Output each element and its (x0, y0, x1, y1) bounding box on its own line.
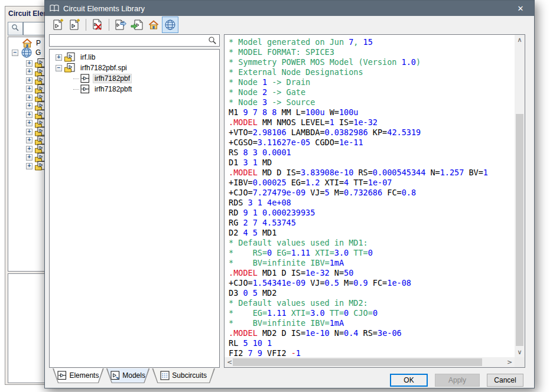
collapse-icon[interactable]: − (12, 50, 18, 56)
background-tree-library-item[interactable]: + (9, 145, 46, 153)
element-icon (80, 74, 90, 83)
background-tree-library-item[interactable]: + (9, 136, 46, 145)
tab-subcircuits[interactable]: Subcircuits (152, 368, 215, 383)
search-icon (208, 36, 217, 45)
scroll-right-icon[interactable]: > (505, 357, 515, 367)
new-model-button[interactable] (66, 17, 83, 33)
expand-icon[interactable]: + (26, 120, 32, 126)
element-icon (57, 371, 67, 380)
tab-label: Elements (69, 371, 99, 380)
expand-icon[interactable]: + (26, 68, 32, 75)
vertical-scrollbar-thumb[interactable] (516, 114, 523, 346)
horizontal-scrollbar[interactable]: < > (225, 357, 515, 367)
library-search-box (49, 34, 220, 47)
tree-item-irfh7182pbf.spi[interactable]: −irfh7182pbf.spi (50, 63, 219, 73)
expand-icon[interactable]: + (26, 77, 32, 84)
code-view[interactable]: * Model generated on Jun 7, 15* MODEL FO… (225, 35, 515, 357)
model-text-panel: * Model generated on Jun 7, 15* MODEL FO… (224, 34, 525, 368)
background-search-button[interactable] (8, 22, 23, 35)
background-window[interactable]: Circuit Elements P−G+++++++++++++ (5, 6, 47, 385)
toolbar-separator (86, 19, 86, 31)
page-new-model-icon (68, 18, 81, 31)
scroll-up-icon[interactable]: ∧ (515, 35, 525, 45)
background-tree-library-item[interactable]: + (9, 110, 46, 119)
background-tree-library-item[interactable]: + (9, 119, 46, 128)
dialog-titlebar[interactable]: Circuit Elements Library ✕ (45, 1, 534, 16)
tab-label: Models (122, 371, 145, 380)
background-tree-library-item[interactable]: + (9, 76, 46, 84)
expand-icon[interactable]: + (26, 129, 32, 135)
page-delete-icon (91, 18, 104, 31)
tree-item-irf.lib[interactable]: +irf.lib (50, 52, 219, 63)
dialog-title: Circuit Elements Library (63, 4, 145, 13)
close-button[interactable]: ✕ (509, 2, 532, 15)
tree-item-irfh7182pbf[interactable]: irfh7182pbf (50, 73, 219, 84)
library-tree[interactable]: +irf.lib−irfh7182pbf.spiirfh7182pbfirfh7… (49, 49, 220, 368)
expand-icon[interactable]: + (26, 154, 32, 161)
collapse-icon[interactable]: − (56, 65, 62, 71)
tab-elements[interactable]: Elements (53, 368, 104, 383)
element-icon (80, 84, 90, 94)
background-tree[interactable]: P−G+++++++++++++ (8, 37, 47, 272)
expand-icon[interactable]: + (26, 163, 32, 169)
library-search-input[interactable] (51, 35, 207, 46)
page-export-icon (114, 18, 127, 31)
background-lower-panel[interactable] (8, 273, 47, 383)
background-tree-library-item[interactable]: + (9, 153, 46, 162)
desktop: { "background_window": { "title": "Circu… (0, 0, 553, 392)
web-button[interactable] (162, 17, 178, 33)
scroll-down-icon[interactable]: ∨ (515, 347, 525, 357)
background-tree-globe[interactable]: −G (9, 48, 41, 57)
export-element-button[interactable] (112, 17, 129, 33)
page-new-element-icon (51, 18, 64, 31)
import-element-button[interactable] (129, 17, 145, 33)
background-search-input[interactable] (23, 22, 47, 35)
tab-models[interactable]: Models (106, 368, 150, 383)
library-icon (64, 53, 76, 62)
ok-button[interactable]: OK (390, 374, 428, 387)
expand-icon[interactable]: + (26, 137, 32, 143)
tree-connector (73, 78, 79, 79)
expand-icon[interactable]: + (56, 54, 62, 61)
background-tree-library-item[interactable]: + (9, 68, 46, 76)
dialog-toolbar (45, 16, 534, 34)
scrollbar-corner (515, 357, 525, 367)
background-tree-library-item[interactable]: + (9, 102, 46, 110)
new-element-button[interactable] (50, 17, 66, 33)
expand-icon[interactable]: + (26, 94, 32, 101)
background-tree-home[interactable]: P (9, 39, 41, 47)
background-tree-library-item[interactable]: + (9, 128, 46, 136)
tree-item-irfh7182pbft[interactable]: irfh7182pbft (50, 84, 219, 94)
tab-label: Subcircuits (172, 371, 207, 380)
background-tree-library-item[interactable]: + (9, 93, 46, 102)
home-button[interactable] (145, 17, 162, 33)
tree-item-label: irfh7182pbf.spi (79, 63, 129, 73)
tree-item-label: irf.lib (79, 53, 97, 62)
globe-icon (21, 47, 32, 58)
horizontal-scrollbar-thumb[interactable] (233, 358, 482, 366)
library-book-icon (50, 4, 59, 12)
background-tree-library-item[interactable]: + (9, 59, 46, 67)
expand-icon[interactable]: + (26, 60, 32, 67)
vertical-scrollbar[interactable]: ∧ ∨ (515, 35, 525, 357)
home-icon (148, 19, 160, 31)
search-icon (11, 24, 19, 34)
tree-item-label: irfh7182pbf (93, 74, 132, 83)
background-tree-library-item[interactable]: + (9, 85, 46, 93)
tree-item-label: P (36, 39, 41, 47)
tree-item-label: G (35, 48, 41, 57)
tree-connector (73, 89, 79, 90)
library-icon (64, 63, 76, 73)
expand-icon[interactable]: + (26, 103, 32, 109)
expand-icon[interactable]: + (26, 146, 32, 152)
globe-icon (164, 19, 176, 31)
cancel-button[interactable]: Cancel (487, 374, 523, 387)
expand-icon[interactable]: + (26, 112, 32, 118)
delete-element-button[interactable] (89, 17, 106, 33)
background-tree-library-item[interactable]: + (9, 162, 46, 170)
tree-item-label: irfh7182pbft (93, 84, 134, 94)
background-window-title: Circuit Elements (8, 9, 47, 18)
model-icon (110, 371, 120, 380)
page-import-icon (131, 18, 144, 31)
expand-icon[interactable]: + (26, 86, 32, 92)
